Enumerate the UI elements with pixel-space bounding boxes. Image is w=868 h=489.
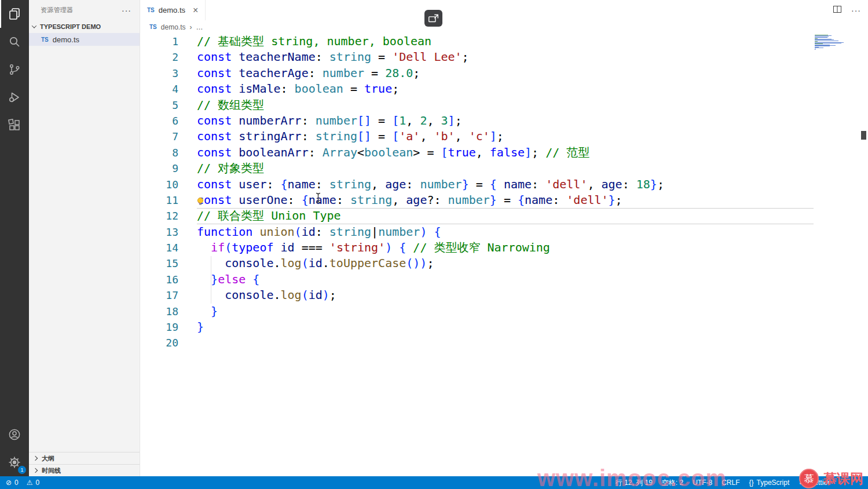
status-right-item-0[interactable]: 行 12, 列 19 [616, 478, 653, 488]
run-debug-icon[interactable] [0, 83, 29, 111]
code-line-10[interactable]: 10const user: {name: string, age: number… [140, 177, 868, 192]
settings-badge: 1 [18, 466, 26, 474]
line-number: 12 [140, 208, 178, 224]
account-icon[interactable] [0, 421, 29, 448]
tab-demo-ts[interactable]: TS demo.ts × [140, 0, 206, 20]
line-number: 18 [140, 304, 178, 319]
line-number: 2 [140, 49, 178, 65]
status-right-item-3[interactable]: CRLF [721, 479, 739, 487]
line-number: 9 [140, 160, 178, 176]
timeline-panel-label: 时间线 [42, 466, 61, 475]
line-number: 8 [140, 145, 178, 160]
code-line-5[interactable]: 5// 数组类型 [140, 97, 868, 113]
line-number: 15 [140, 256, 178, 271]
code-line-8[interactable]: 8const booleanArr: Array<boolean> = [tru… [140, 145, 868, 160]
status-left-item-0[interactable]: ⊘0 [6, 479, 19, 487]
chevron-right-icon [33, 456, 38, 461]
code-line-18[interactable]: 18 } [140, 304, 868, 319]
lightbulb-icon[interactable] [196, 195, 205, 205]
code-line-9[interactable]: 9// 对象类型 [140, 160, 868, 176]
editor-actions: ··· [833, 0, 861, 20]
code-line-4[interactable]: 4const isMale: boolean = true; [140, 81, 868, 97]
line-number: 19 [140, 319, 178, 335]
line-number: 11 [140, 192, 178, 208]
minimap[interactable] [815, 35, 848, 51]
explorer-icon[interactable] [0, 0, 29, 28]
warning-icon: ⚠ [27, 479, 33, 487]
search-icon[interactable] [0, 28, 29, 56]
status-right-item-1[interactable]: 空格: 2 [662, 478, 683, 488]
code-line-2[interactable]: 2const teacherName: string = 'Dell Lee'; [140, 49, 868, 65]
breadcrumb-more[interactable]: … [196, 23, 203, 31]
minimap-line [815, 41, 838, 41]
code-line-20[interactable]: 20 [140, 335, 868, 351]
chevron-right-icon: › [189, 23, 192, 31]
mouse-cursor [315, 192, 321, 206]
line-number: 13 [140, 224, 178, 240]
status-label: TypeScript [757, 479, 790, 487]
status-right-item-4[interactable]: {}TypeScript [749, 479, 790, 487]
screencast-button[interactable] [424, 10, 442, 27]
status-label: 行 12, 列 19 [616, 478, 653, 488]
close-tab-icon[interactable]: × [193, 6, 198, 15]
line-number: 1 [140, 34, 178, 49]
tab-bar: TS demo.ts × ··· [140, 0, 868, 20]
extensions-icon[interactable] [0, 111, 29, 139]
outline-panel-header[interactable]: 大纲 [29, 452, 140, 464]
breadcrumb[interactable]: TS demo.ts › … [140, 20, 868, 34]
code-line-19[interactable]: 19} [140, 319, 868, 335]
status-label: 0 [14, 479, 19, 487]
code-line-17[interactable]: 17 console.log(id); [140, 287, 868, 303]
code-line-16[interactable]: 16 }else { [140, 272, 868, 287]
timeline-panel-header[interactable]: 时间线 [29, 464, 140, 476]
editor-more-icon[interactable]: ··· [851, 6, 861, 15]
code-editor[interactable]: 1// 基础类型 string, number, boolean2const t… [140, 34, 868, 476]
status-left-item-1[interactable]: ⚠0 [27, 479, 39, 487]
line-number: 7 [140, 129, 178, 144]
imooc-logo-text: 慕课网 [823, 470, 863, 488]
activity-bar: 1 [0, 0, 29, 476]
code-line-7[interactable]: 7const stringArr: string[] = ['a', 'b', … [140, 129, 868, 144]
error-icon: ⊘ [6, 479, 12, 487]
source-control-icon[interactable] [0, 56, 29, 83]
code-line-15[interactable]: 15 console.log(id.toUpperCase()); [140, 256, 868, 271]
status-label: 0 [36, 479, 40, 487]
minimap-line [815, 49, 815, 50]
chevron-right-icon [33, 468, 38, 473]
vscode-window: 1 资源管理器 ··· TYPESCRIPT DEMO TS demo.ts 大… [0, 0, 868, 489]
sidebar-more-icon[interactable]: ··· [122, 6, 131, 15]
line-number: 5 [140, 97, 178, 113]
sidebar-bottom-panels: 大纲 时间线 [29, 452, 140, 476]
chevron-down-icon [32, 23, 36, 28]
editor-group: TS demo.ts × ··· TS demo.ts › … 1// 基础类型… [140, 0, 868, 476]
breadcrumb-file[interactable]: demo.ts [161, 23, 186, 31]
line-number: 20 [140, 335, 178, 351]
settings-gear-icon[interactable]: 1 [0, 448, 29, 476]
minimap-line [815, 48, 823, 48]
folder-name: TYPESCRIPT DEMO [40, 23, 101, 30]
file-item-demo-ts[interactable]: TS demo.ts [29, 33, 140, 46]
code-line-14[interactable]: 14 if(typeof id === 'string') { // 类型收窄 … [140, 240, 868, 256]
line-number: 14 [140, 240, 178, 256]
line-number: 3 [140, 65, 178, 81]
imooc-logo-icon: 慕 [799, 469, 819, 488]
file-name: demo.ts [53, 35, 79, 44]
braces-icon: {} [749, 479, 754, 487]
sidebar-title: 资源管理器 [41, 6, 74, 14]
folder-section-header[interactable]: TYPESCRIPT DEMO [29, 20, 140, 33]
split-editor-icon[interactable] [833, 5, 842, 16]
code-line-3[interactable]: 3const teacherAge: number = 28.0; [140, 65, 868, 81]
code-line-6[interactable]: 6const numberArr: number[] = [1, 2, 3]; [140, 113, 868, 129]
code-line-11[interactable]: 11const userOne: {name: string, age?: nu… [140, 192, 868, 208]
status-right: 行 12, 列 19空格: 2UTF-8CRLF{}TypeScript✓Pre… [616, 478, 830, 488]
typescript-file-icon: TS [149, 24, 157, 30]
code-line-12[interactable]: 12// 联合类型 Union Type [140, 208, 868, 224]
overview-ruler-mark [861, 131, 866, 140]
status-bar: ⊘0⚠0 行 12, 列 19空格: 2UTF-8CRLF{}TypeScrip… [0, 476, 868, 489]
code-line-13[interactable]: 13function union(id: string|number) { [140, 224, 868, 240]
code-lines: 1// 基础类型 string, number, boolean2const t… [140, 34, 868, 351]
status-right-item-2[interactable]: UTF-8 [693, 479, 712, 487]
status-label: UTF-8 [693, 479, 712, 487]
tab-label: demo.ts [159, 6, 185, 14]
code-line-1[interactable]: 1// 基础类型 string, number, boolean [140, 34, 868, 49]
